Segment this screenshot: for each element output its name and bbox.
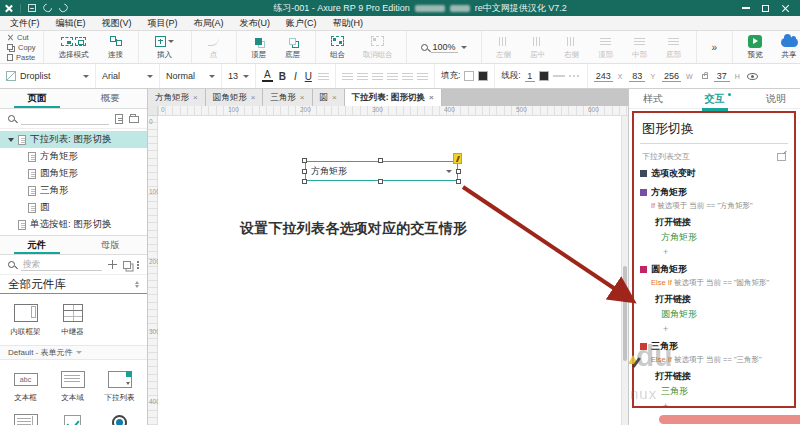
save-icon[interactable] bbox=[28, 4, 36, 12]
tab-widgets[interactable]: 元件 bbox=[0, 236, 74, 254]
library-filter-select[interactable]: 全部元件库 bbox=[0, 275, 147, 294]
action-label[interactable]: 打开链接 bbox=[640, 216, 788, 229]
tab-outline[interactable]: 概要 bbox=[74, 89, 148, 108]
add-page-icon[interactable] bbox=[115, 114, 123, 124]
menu-account[interactable]: 账户(C) bbox=[286, 17, 317, 30]
action-target-link[interactable]: 圆角矩形 bbox=[640, 308, 788, 321]
tab-interaction[interactable]: 交互 bbox=[705, 92, 725, 106]
cut-button[interactable]: Cut bbox=[7, 33, 36, 42]
widget-inline-frame[interactable]: 内联框架 bbox=[2, 298, 49, 341]
minimize-icon[interactable] bbox=[742, 7, 750, 9]
menu-view[interactable]: 视图(V) bbox=[102, 17, 132, 30]
canvas-tab-triangle[interactable]: 三角形× bbox=[263, 89, 312, 106]
group-button[interactable]: 组合 bbox=[323, 35, 353, 60]
resize-handle[interactable] bbox=[378, 158, 383, 163]
tab-style[interactable]: 样式 bbox=[643, 92, 663, 106]
widget-text-field[interactable]: abc 文本框 bbox=[2, 364, 49, 407]
font-family-select[interactable]: Arial bbox=[102, 71, 120, 81]
bring-front-button[interactable]: 顶层 bbox=[244, 35, 274, 60]
border-color-swatch[interactable] bbox=[478, 71, 488, 81]
widget-checkbox[interactable]: 复选框 bbox=[49, 407, 96, 425]
tree-item-triangle[interactable]: 三角形 bbox=[0, 182, 147, 199]
widget-name-input[interactable]: 图形切换 bbox=[640, 118, 788, 144]
widget-droplist[interactable]: 下拉列表 bbox=[96, 364, 143, 407]
paste-button[interactable]: Paste bbox=[7, 53, 36, 62]
tab-pages[interactable]: 页面 bbox=[0, 89, 74, 108]
widget-repeater[interactable]: 中继器 bbox=[49, 298, 96, 341]
menu-help[interactable]: 帮助(H) bbox=[333, 17, 364, 30]
resize-handle[interactable] bbox=[302, 169, 307, 174]
action-target-link[interactable]: 方角矩形 bbox=[640, 231, 788, 244]
widget-text-area[interactable]: 文本域 bbox=[49, 364, 96, 407]
event-row[interactable]: 选项改变时 bbox=[640, 167, 788, 180]
select-mode-button[interactable]: 选择模式 bbox=[51, 35, 97, 60]
redo-icon[interactable] bbox=[57, 2, 69, 14]
resize-handle[interactable] bbox=[302, 179, 307, 184]
bold-button[interactable]: B bbox=[277, 71, 288, 82]
maximize-icon[interactable] bbox=[762, 5, 769, 12]
action-label[interactable]: 打开链接 bbox=[640, 293, 788, 306]
scrollbar-thumb[interactable] bbox=[623, 266, 627, 361]
action-label[interactable]: 打开链接 bbox=[640, 370, 788, 383]
zoom-control[interactable]: 100% bbox=[421, 42, 467, 53]
insert-button[interactable]: 插入 bbox=[146, 35, 184, 60]
resize-handle[interactable] bbox=[378, 179, 383, 184]
canvas-tab-rounded-rect[interactable]: 圆角矩形× bbox=[206, 89, 264, 106]
canvas-body[interactable]: 方角矩形 设置下拉列表各选项对应的交互情形 bbox=[158, 116, 628, 425]
tab-close-icon[interactable]: × bbox=[193, 93, 198, 102]
font-size-select[interactable]: 13 bbox=[228, 71, 238, 81]
action-target-link[interactable]: 三角形 bbox=[640, 385, 788, 398]
x-position-input[interactable]: 243 bbox=[594, 71, 613, 82]
tree-item-square-rect[interactable]: 方角矩形 bbox=[0, 148, 147, 165]
expand-caret-icon[interactable] bbox=[8, 138, 14, 142]
tree-item-circle[interactable]: 圆 bbox=[0, 199, 147, 216]
font-weight-select[interactable]: Normal bbox=[166, 71, 195, 81]
tree-item-droplist-page[interactable]: 下拉列表: 图形切换 bbox=[0, 131, 147, 148]
interaction-badge-icon[interactable] bbox=[453, 153, 462, 164]
droplist-widget[interactable]: 方角矩形 bbox=[305, 161, 458, 181]
preview-button[interactable]: 预览 bbox=[740, 35, 770, 60]
library-icon[interactable] bbox=[123, 261, 131, 269]
line-color-swatch[interactable] bbox=[539, 71, 549, 81]
widget-radio-button[interactable]: 单选按钮 bbox=[96, 407, 143, 425]
add-action-button[interactable]: + bbox=[640, 401, 788, 408]
tab-close-icon[interactable]: × bbox=[332, 93, 337, 102]
new-interaction-icon[interactable] bbox=[777, 153, 786, 161]
menu-project[interactable]: 项目(P) bbox=[148, 17, 178, 30]
resize-handle[interactable] bbox=[456, 179, 461, 184]
tab-notes[interactable]: 说明 bbox=[766, 92, 786, 106]
widget-search-input[interactable]: 搜索 bbox=[21, 259, 102, 271]
interaction-case[interactable]: 圆角矩形 Else If 被选项于 当前 == "圆角矩形" 打开链接 圆角矩形… bbox=[640, 263, 788, 334]
underline-button[interactable]: U bbox=[303, 71, 314, 82]
text-color-button[interactable]: A bbox=[262, 70, 273, 82]
resize-handle[interactable] bbox=[456, 169, 461, 174]
widget-list-box[interactable]: 列表框 bbox=[2, 407, 49, 425]
add-action-button[interactable]: + bbox=[640, 324, 788, 334]
tree-item-radio-page[interactable]: 单选按钮: 图形切换 bbox=[0, 216, 147, 233]
canvas-tab-circle[interactable]: 圆× bbox=[313, 89, 345, 106]
add-action-button[interactable]: + bbox=[640, 247, 788, 257]
line-width-input[interactable]: 1 bbox=[525, 71, 535, 82]
tab-masters[interactable]: 母版 bbox=[74, 236, 148, 254]
add-library-icon[interactable] bbox=[108, 260, 117, 269]
width-input[interactable]: 256 bbox=[662, 71, 681, 82]
widget-style-select[interactable]: Droplist bbox=[20, 71, 51, 81]
menu-file[interactable]: 文件(F) bbox=[10, 17, 40, 30]
add-folder-icon[interactable] bbox=[129, 116, 139, 123]
pages-search-input[interactable] bbox=[21, 113, 109, 125]
canvas-tab-droplist-active[interactable]: 下拉列表: 图形切换× bbox=[345, 89, 442, 106]
resize-handle[interactable] bbox=[302, 158, 307, 163]
close-icon[interactable] bbox=[781, 4, 790, 13]
menu-edit[interactable]: 编辑(E) bbox=[56, 17, 86, 30]
copy-button[interactable]: Copy bbox=[7, 43, 36, 52]
canvas-vertical-scrollbar[interactable] bbox=[621, 116, 628, 425]
menu-publish[interactable]: 发布(U) bbox=[240, 17, 271, 30]
y-position-input[interactable]: 83 bbox=[629, 71, 645, 82]
lock-ratio-icon[interactable] bbox=[702, 74, 708, 79]
interaction-case[interactable]: 三角形 Else If 被选项于 当前 == "三角形" 打开链接 三角形 + bbox=[640, 340, 788, 408]
undo-icon[interactable] bbox=[41, 2, 53, 14]
height-input[interactable]: 37 bbox=[714, 71, 730, 82]
visibility-eye-icon[interactable] bbox=[747, 73, 758, 80]
share-button[interactable]: 共享 bbox=[774, 35, 800, 60]
fill-color-swatch[interactable] bbox=[464, 71, 474, 81]
